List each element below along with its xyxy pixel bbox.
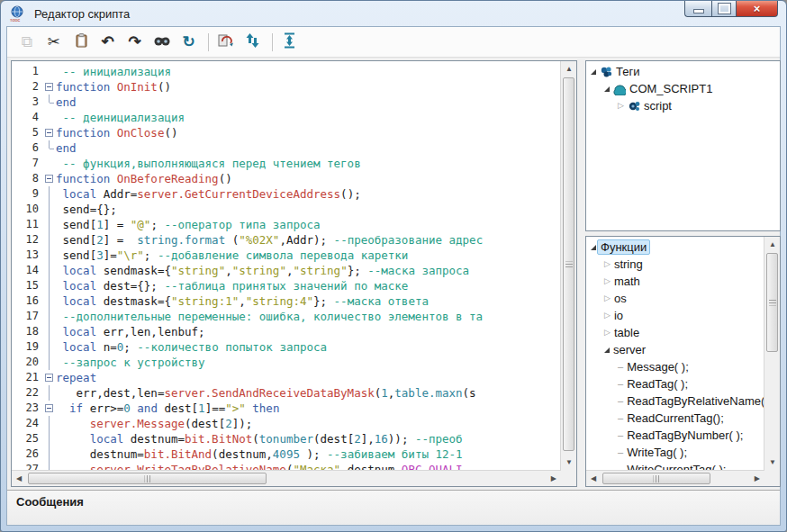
expand-icon[interactable]: ▷: [604, 311, 611, 320]
collapse-icon[interactable]: [604, 86, 610, 92]
tree-item-теги[interactable]: Теги: [586, 63, 780, 80]
scroll-up-icon[interactable]: ▲: [565, 66, 573, 73]
sync-button[interactable]: [240, 31, 265, 53]
scroll-right-icon[interactable]: ▶: [551, 475, 556, 482]
tree-item-script[interactable]: ▷script: [586, 97, 780, 114]
scroll-left-icon[interactable]: ◀: [16, 475, 22, 482]
functions-horizontal-scrollbar[interactable]: ◀ ▶: [586, 470, 764, 486]
fold-collapse-icon[interactable]: [43, 79, 56, 95]
editor-vscroll-thumb[interactable]: [563, 77, 574, 451]
maximize-button[interactable]: [711, 0, 737, 17]
scroll-down-icon[interactable]: ▼: [769, 459, 776, 466]
title-bar[interactable]: торс Редактор скрипта ×: [1, 1, 786, 26]
collapse-icon[interactable]: [591, 245, 596, 250]
scroll-down-icon[interactable]: ▼: [565, 459, 573, 466]
code-line[interactable]: 18 local err,len,lenbuf;: [12, 324, 561, 339]
code-line[interactable]: 22 err,dest,len=server.SendAndReceiveDat…: [12, 385, 561, 401]
editor-vertical-scrollbar[interactable]: ▲ ▼: [560, 61, 576, 471]
code-line[interactable]: 11 send[1] = "@"; --оператор типа запрос…: [12, 217, 561, 232]
code-line[interactable]: 16 local destmask={"string:1","string:4"…: [12, 293, 561, 309]
code-line[interactable]: 8function OnBeforeReading(): [12, 171, 561, 186]
fold-collapse-icon[interactable]: [43, 125, 56, 140]
tree-connector: –: [618, 362, 623, 372]
scroll-grip: [769, 300, 776, 306]
code-line[interactable]: 1 -- инициализация: [12, 64, 561, 79]
tree-item-server[interactable]: server: [586, 341, 764, 358]
code-line[interactable]: 2function OnInit(): [12, 79, 561, 95]
fold-collapse-icon[interactable]: [43, 401, 56, 416]
code-line[interactable]: 21repeat: [12, 370, 561, 385]
fold-collapse-icon[interactable]: [43, 370, 56, 385]
code-text: local destmask={"string:1","string:4"}; …: [56, 293, 429, 309]
code-line[interactable]: 25 local destnum=bit.BitNot(tonumber(des…: [12, 431, 561, 446]
code-line[interactable]: 6end: [12, 140, 561, 156]
scroll-left-icon[interactable]: ◀: [591, 475, 596, 482]
tree-item-io[interactable]: ▷io: [586, 307, 764, 324]
tree-item-table[interactable]: ▷table: [586, 324, 764, 341]
code-line[interactable]: 4 -- деинициализация: [12, 110, 561, 125]
code-line[interactable]: 14 local sendmask={"string","string","st…: [12, 263, 561, 278]
redo-button[interactable]: ↷: [122, 31, 147, 53]
close-button[interactable]: ×: [737, 0, 778, 17]
line-number: 15: [12, 278, 43, 293]
code-editor[interactable]: 1 -- инициализация2function OnInit()3end…: [11, 60, 577, 487]
expand-icon[interactable]: ▷: [604, 329, 611, 337]
toolbar: ⧉ ✂ ↶ ↷ ↻: [7, 27, 780, 58]
tree-item-message[interactable]: –Message( );: [586, 358, 764, 375]
tree-item-string[interactable]: ▷string: [586, 256, 764, 273]
code-lines[interactable]: 1 -- инициализация2function OnInit()3end…: [12, 61, 561, 471]
find-button[interactable]: [149, 31, 174, 53]
code-line[interactable]: 26 destnum=bit.BitAnd(destnum,4095 ); --…: [12, 446, 561, 462]
functions-vertical-scrollbar[interactable]: ▲ ▼: [764, 237, 780, 471]
reload-button[interactable]: ↻: [176, 31, 201, 53]
tree-item-readcurrenttag[interactable]: –ReadCurrentTag();: [586, 410, 764, 427]
tree-item-readtagbyrelativename[interactable]: –ReadTagByRelativeName( );: [586, 392, 764, 410]
collapse-icon[interactable]: [604, 347, 610, 353]
fold-margin: [43, 309, 56, 324]
code-text: -- инициализация: [56, 64, 171, 79]
code-line[interactable]: 17 --дополнительные переменные: ошибка, …: [12, 309, 561, 324]
tree-item-readtag[interactable]: –ReadTag( );: [586, 375, 764, 392]
tree-item-math[interactable]: ▷math: [586, 273, 764, 290]
code-line[interactable]: 7 -- функция,выполняющаяся перед чтением…: [12, 156, 561, 171]
expand-icon[interactable]: ▷: [604, 277, 611, 285]
code-line[interactable]: 10 send={};: [12, 202, 561, 217]
fold-collapse-icon[interactable]: [43, 171, 56, 186]
scroll-up-icon[interactable]: ▲: [769, 241, 776, 248]
collapse-icon[interactable]: [591, 69, 596, 75]
expand-icon[interactable]: ▷: [618, 102, 624, 110]
scroll-right-icon[interactable]: ▶: [755, 475, 760, 482]
apply-icon: [283, 32, 296, 52]
tree-item-writetag[interactable]: –WriteTag( );: [586, 444, 764, 461]
cut-button[interactable]: ✂: [41, 31, 66, 53]
tree-item-readtagbynumber[interactable]: –ReadTagByNumber( );: [586, 427, 764, 444]
expand-icon[interactable]: ▷: [604, 294, 611, 302]
code-line[interactable]: 5function OnClose(): [12, 125, 561, 140]
code-line[interactable]: 13 send[3]="\r"; --добавление символа пе…: [12, 248, 561, 263]
apply-button[interactable]: [277, 31, 302, 53]
code-line[interactable]: 15 local dest={}; --таблица принятых зна…: [12, 278, 561, 293]
paste-button[interactable]: [68, 31, 93, 53]
tree-item-os[interactable]: ▷os: [586, 290, 764, 307]
code-line[interactable]: 19 local n=0; --количество попыток запро…: [12, 339, 561, 355]
code-line[interactable]: 9 local Addr=server.GetCurrentDeviceAddr…: [12, 186, 561, 202]
editor-hscroll-thumb[interactable]: [28, 473, 267, 484]
functions-vscroll-thumb[interactable]: [766, 253, 778, 352]
expand-icon[interactable]: ▷: [604, 260, 611, 268]
tree-item-com-script1[interactable]: COM_SCRIPT1: [586, 80, 780, 97]
tree-item-функции[interactable]: Функции: [586, 239, 764, 256]
code-line[interactable]: 3end: [12, 95, 561, 110]
code-line[interactable]: 24 server.Message(dest[2]);: [12, 416, 561, 431]
undo-button[interactable]: ↶: [95, 31, 120, 53]
code-line[interactable]: 12 send[2] = string.format ("%02X",Addr)…: [12, 232, 561, 248]
check-script-button[interactable]: [213, 31, 238, 53]
editor-horizontal-scrollbar[interactable]: ◀ ▶: [12, 470, 561, 486]
code-text: send[1] = "@"; --оператор типа запроса: [56, 217, 321, 232]
code-text: end: [56, 95, 77, 110]
functions-hscroll-thumb[interactable]: [602, 473, 710, 484]
scrollbar-corner: [764, 471, 780, 486]
code-line[interactable]: 20 --запрос к устройству: [12, 355, 561, 370]
line-number: 7: [12, 156, 43, 171]
minimize-button[interactable]: [684, 0, 711, 17]
code-line[interactable]: 23 if err>=0 and dest[1]==">" then: [12, 401, 561, 416]
